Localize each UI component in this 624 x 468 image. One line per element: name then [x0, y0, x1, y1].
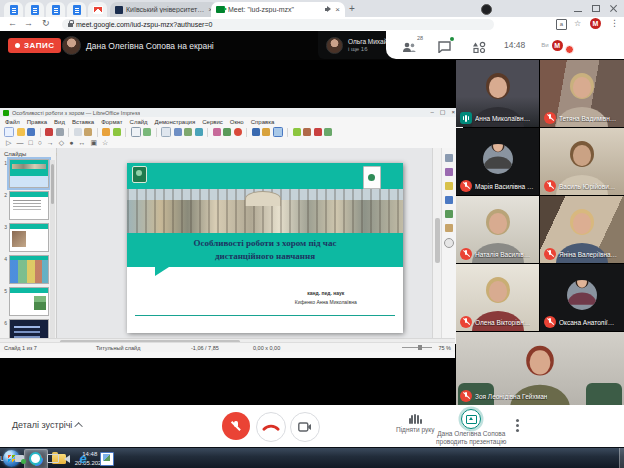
new-tab-button[interactable]: + — [346, 3, 358, 15]
draw-rect-icon[interactable]: □ — [28, 138, 32, 148]
toolbar-icon-find[interactable] — [131, 127, 141, 137]
more-options-icon[interactable] — [516, 424, 519, 427]
window-maximize-button[interactable] — [592, 5, 600, 12]
toolbar-icon-slide-view[interactable] — [174, 128, 182, 136]
back-icon[interactable]: ← — [8, 17, 17, 30]
window-close-button[interactable] — [610, 5, 618, 13]
taskbar-app-button[interactable] — [96, 449, 118, 468]
menu-insert[interactable]: Вставка — [72, 119, 94, 125]
slide-thumbnail-row[interactable]: 4 — [2, 255, 52, 286]
pinned-tab-docs-2[interactable] — [25, 2, 44, 17]
menu-help[interactable]: Справка — [251, 119, 275, 125]
slide-thumbnail-5[interactable] — [9, 287, 49, 316]
toolbar-icon-new[interactable] — [4, 127, 14, 137]
translate-icon[interactable]: a — [556, 19, 567, 30]
tab-meet-active[interactable]: Meet: "iud-zspu-mzx" × — [211, 2, 345, 17]
menu-format[interactable]: Формат — [101, 119, 122, 125]
tab-audio-icon[interactable] — [325, 6, 332, 13]
taskbar-ie-button[interactable]: e — [72, 449, 94, 468]
toolbar-icon-duplicate-slide[interactable] — [303, 128, 311, 136]
toolbar-icon-outline-view[interactable] — [184, 128, 192, 136]
participant-tile[interactable]: Зоя Леонідівна Гейхман — [456, 332, 624, 405]
slide-thumbnail-row[interactable]: 1 — [2, 159, 52, 190]
participants-icon[interactable]: 28 — [402, 39, 416, 51]
activities-icon[interactable] — [472, 39, 486, 51]
menu-view[interactable]: Вид — [54, 119, 65, 125]
sidebar-navigator-icon[interactable] — [444, 238, 454, 248]
toolbar-icon-pdf[interactable] — [45, 128, 53, 136]
menu-slide[interactable]: Слайд — [130, 119, 148, 125]
toolbar-icon-gallery[interactable] — [262, 128, 270, 136]
sidebar-transition-icon[interactable] — [445, 168, 453, 176]
slides-panel-scrollbar[interactable] — [50, 160, 55, 344]
sidebar-properties-icon[interactable] — [445, 154, 453, 162]
toolbar-icon-notes[interactable] — [195, 128, 203, 136]
slide-thumbnail-4[interactable] — [9, 255, 49, 284]
slide-thumbnail-row[interactable]: 5 — [2, 287, 52, 318]
menu-file[interactable]: Файл — [5, 119, 20, 125]
leave-call-button[interactable] — [256, 412, 286, 442]
toolbar-icon-undo[interactable] — [102, 128, 110, 136]
raise-hand-button[interactable]: Підняти руку — [396, 413, 434, 433]
reload-icon[interactable]: ↻ — [42, 17, 50, 30]
pinned-tab-docs-1[interactable] — [4, 2, 23, 17]
toolbar-icon-cut[interactable] — [74, 128, 82, 136]
show-desktop-button[interactable] — [619, 448, 624, 468]
toolbar-icon-master[interactable] — [324, 128, 332, 136]
sidebar-shapes-icon[interactable] — [445, 224, 453, 232]
toolbar-icon-start-slideshow[interactable] — [273, 127, 283, 137]
safely-remove-hardware-icon[interactable] — [15, 455, 24, 462]
menu-slideshow[interactable]: Демонстрация — [155, 119, 196, 125]
toolbar-icon-display-grid[interactable] — [161, 127, 171, 137]
network-display-icon[interactable] — [47, 454, 59, 463]
draw-line-icon[interactable]: — — [16, 138, 23, 148]
slide-thumbnail-row[interactable]: 2 — [2, 191, 52, 222]
impress-restore-button[interactable]: ▢ — [440, 108, 446, 117]
participant-tile[interactable]: Марія Василівна … — [456, 128, 539, 195]
toolbar-icon-print[interactable] — [56, 128, 64, 136]
slide-thumbnail-1-selected[interactable] — [9, 159, 49, 188]
slide-thumbnail-2[interactable] — [9, 191, 49, 220]
participant-tile[interactable]: Тетяна Вадимівн… — [540, 60, 624, 127]
tab-university[interactable]: Київський університет імені Бо… × — [110, 2, 218, 17]
toolbar-icon-save[interactable] — [27, 128, 35, 136]
forward-icon[interactable]: → — [24, 17, 33, 30]
presenting-status[interactable]: Дана Олегівна Сопова проводить презентац… — [436, 409, 506, 446]
toolbar-icon-paste[interactable] — [84, 128, 92, 136]
toolbar-icon-redo[interactable] — [113, 128, 121, 136]
draw-select-icon[interactable]: ▷ — [6, 138, 11, 148]
browser-menu-icon[interactable]: ⋮ — [610, 17, 619, 30]
toolbar-icon-open[interactable] — [17, 128, 25, 136]
pinned-tab-docs-4[interactable] — [67, 2, 86, 17]
toolbar-icon-textbox[interactable] — [252, 128, 260, 136]
camera-toggle-button[interactable] — [290, 412, 320, 442]
impress-title-bar[interactable]: Особливості роботи з хором — LibreOffice… — [0, 108, 461, 117]
draw-ellipse-icon[interactable]: ○ — [38, 138, 42, 148]
menu-tools[interactable]: Сервис — [202, 119, 223, 125]
pinned-tab-docs-3[interactable] — [46, 2, 65, 17]
mic-toggle-button[interactable] — [222, 412, 250, 440]
participant-tile[interactable]: Олена Вікторівн… — [456, 264, 539, 331]
meeting-details-button[interactable]: Деталі зустрічі — [12, 420, 83, 430]
menu-window[interactable]: Окно — [230, 119, 244, 125]
address-bar[interactable]: meet.google.com/iud-zspu-mzx?authuser=0 — [62, 19, 494, 30]
toolbar-icon-image[interactable] — [223, 128, 231, 136]
bookmark-star-icon[interactable]: ☆ — [574, 17, 581, 30]
sidebar-master-icon[interactable] — [445, 196, 453, 204]
pinned-tab-gmail[interactable] — [88, 2, 107, 17]
tab-close-icon[interactable]: × — [335, 5, 340, 14]
toolbar-icon-insert-slide[interactable] — [293, 128, 301, 136]
slide-thumbnail-row[interactable]: 3 — [2, 223, 52, 254]
slide-thumbnail-3[interactable] — [9, 223, 49, 252]
volume-icon[interactable] — [64, 455, 70, 463]
draw-callout-icon[interactable]: ▣ — [90, 138, 97, 148]
impress-minimize-button[interactable]: – — [430, 108, 433, 117]
participant-tile[interactable]: Оксана Анатолії… — [540, 264, 624, 331]
tray-app-icon[interactable] — [29, 452, 42, 465]
draw-diamond-icon[interactable]: ◇ — [59, 138, 64, 148]
toolbar-icon-table[interactable] — [213, 128, 221, 136]
toolbar-icon-record[interactable] — [234, 128, 242, 136]
draw-arrow-icon[interactable]: → — [47, 138, 54, 148]
impress-close-button[interactable]: × — [451, 108, 455, 117]
window-minimize-button[interactable] — [574, 5, 582, 12]
